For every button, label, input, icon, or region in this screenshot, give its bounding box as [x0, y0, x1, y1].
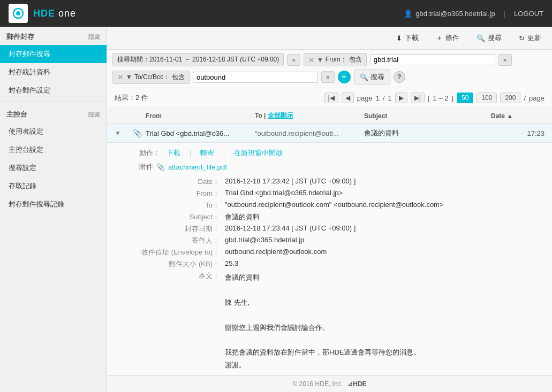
control-hide-btn[interactable]: 隱藏 [88, 111, 100, 119]
add-condition-button[interactable]: ＋ 條件 [432, 31, 464, 45]
download-icon: ⬇ [396, 34, 402, 42]
help-button[interactable]: ? [394, 71, 405, 83]
period-expand-btn[interactable]: » [287, 54, 300, 66]
header-right: 👤 gbd.trial@o365.hdetrial.jp | LOGOUT [404, 10, 543, 18]
results-area: 結果：2 件 |◀ ◀ page 1 / 1 ▶ ▶| [ 1 – 2 ] 50… [107, 88, 552, 375]
page-current: 1 [376, 94, 380, 102]
detail-rows: Date： 2016-12-18 17:23:42 [ JST (UTC +09… [139, 177, 541, 371]
sidebar-item-control-settings[interactable]: 主控台設定 [0, 141, 107, 159]
detail-row-sender: 寄件人： gbd.trial@o365.hdetrial.jp [139, 236, 541, 245]
detail-download-link[interactable]: 下載 [167, 148, 180, 158]
footer: © 2016 HDE, Inc. ⊿HDE [107, 375, 552, 392]
email-row-1: ▼ 📎 Trial Gbd <gbd.trial@o36... "outboun… [107, 124, 552, 375]
logout-button[interactable]: LOGOUT [514, 10, 543, 18]
attachment-label: 附件 [139, 162, 153, 172]
page-slash: / [383, 94, 385, 102]
page-range-bracket: [ [428, 94, 430, 102]
toolbar: ⬇ 下載 ＋ 條件 🔍 搜尋 ↻ 更新 [107, 27, 552, 50]
detail-sep-1: ｜ [187, 148, 194, 158]
all-display-link[interactable]: 全部顯示 [268, 112, 293, 119]
detail-row-subject: Subject： 會議的資料 [139, 212, 541, 222]
size-value: 25.3 [225, 259, 541, 269]
sidebar-item-archive-stats[interactable]: 封存統計資料 [0, 63, 107, 81]
add-condition-plus-btn[interactable]: + [338, 71, 351, 83]
page-size-100-btn[interactable]: 100 [477, 93, 497, 103]
from-field-value: Trial Gbd <gbd.trial@o365.hdetrial.jp> [225, 189, 541, 198]
table-header: From To | 全部顯示 Subject Date ▲ [107, 108, 552, 124]
download-button[interactable]: ⬇ 下載 [392, 31, 423, 45]
email-1-from: Trial Gbd <gbd.trial@o36... [146, 129, 253, 137]
table-header-from: From [146, 112, 253, 120]
to-tag[interactable]: ✕ ▼ To/Cc/Bcc： 包含 [112, 71, 190, 84]
subject-field-value: 會議的資料 [225, 212, 541, 222]
sidebar-item-search-settings[interactable]: 搜尋設定 [0, 159, 107, 177]
body-content: 會議的資料 陳 先生, 謝謝您上週與我們會議討論合作。 我把會議的資料放在附件當… [225, 271, 541, 371]
detail-sep-2: ｜ [221, 148, 228, 158]
sidebar-item-archive-search[interactable]: 封存郵件搜尋 [0, 45, 107, 63]
detail-row-from: From： Trial Gbd <gbd.trial@o365.hdetrial… [139, 189, 541, 198]
archive-date-label: 封存日期： [139, 224, 225, 234]
envelope-to-value: outbound.recipient@outlook.com [225, 248, 541, 257]
layout: 郵件封存 隱藏 封存郵件搜尋 封存統計資料 封存郵件設定 主控台 隱藏 使用者設… [0, 27, 552, 392]
from-input[interactable] [374, 56, 491, 64]
mail-archive-section-header: 郵件封存 隱藏 [0, 27, 107, 45]
from-field-label: From： [139, 189, 225, 198]
first-page-btn[interactable]: |◀ [324, 93, 338, 103]
searchbar: 搜尋期間：2016-11-01 － 2016-12-18 JST (UTC +0… [107, 50, 552, 88]
svg-point-1 [16, 11, 20, 16]
refresh-button[interactable]: ↻ 更新 [515, 31, 546, 45]
archive-date-value: 2016-12-18 17:23:44 [ JST (UTC +09:00) ] [225, 224, 541, 234]
page-label-page: page [529, 94, 545, 102]
detail-forward-link[interactable]: 轉寄 [200, 148, 214, 158]
search-icon: 🔍 [477, 34, 485, 42]
user-icon: 👤 [404, 10, 412, 18]
period-label: 搜尋期間：2016-11-01 － 2016-12-18 JST (UTC +0… [117, 55, 279, 64]
page-size-200-btn[interactable]: 200 [500, 93, 520, 103]
mail-archive-hide-btn[interactable]: 隱藏 [88, 33, 100, 41]
page-label: page [357, 94, 373, 102]
period-tag[interactable]: 搜尋期間：2016-11-01 － 2016-12-18 JST (UTC +0… [112, 53, 284, 66]
sender-value: gbd.trial@o365.hdetrial.jp [225, 236, 541, 245]
next-page-btn[interactable]: ▶ [395, 93, 407, 103]
sidebar-divider [0, 102, 107, 102]
detail-new-window-link[interactable]: 在新視窗中開啟 [234, 148, 283, 158]
detail-row-envelope-to: 收件位址 (Envelope to)： outbound.recipient@o… [139, 248, 541, 257]
to-field-value: "outbound.recipient@outlook.com" <outbou… [225, 201, 541, 210]
footer-logo: ⊿HDE [347, 380, 366, 388]
body-greeting: 陳 先生, [225, 296, 541, 309]
from-close-icon[interactable]: ✕ [308, 56, 315, 64]
search-btn-icon: 🔍 [360, 73, 368, 81]
to-dropdown-icon[interactable]: ▼ [126, 73, 132, 81]
prev-page-btn[interactable]: ◀ [342, 93, 354, 103]
from-dropdown-icon[interactable]: ▼ [317, 56, 323, 64]
sidebar-item-archive-log[interactable]: 封存郵件搜尋記錄 [0, 195, 107, 213]
to-close-icon[interactable]: ✕ [117, 73, 124, 81]
username: gbd.trial@o365.hdetrial.jp [415, 10, 495, 18]
detail-row-body: 本文： 會議的資料 陳 先生, 謝謝您上週與我們會議討論合作。 我把會議的資料放… [139, 271, 541, 371]
sidebar-item-archive-settings[interactable]: 封存郵件設定 [0, 81, 107, 99]
to-field-label: To： [139, 201, 225, 210]
last-page-btn[interactable]: ▶| [411, 93, 425, 103]
to-input[interactable] [196, 73, 314, 81]
refresh-icon: ↻ [519, 34, 525, 42]
header: HDE one 👤 gbd.trial@o365.hdetrial.jp | L… [0, 0, 552, 27]
attachment-file-link[interactable]: attachment_file.pdf [168, 163, 227, 171]
from-label: From： [326, 55, 347, 64]
page-range: 1 – 2 [433, 94, 448, 102]
sidebar-item-user-settings[interactable]: 使用者設定 [0, 122, 107, 141]
search-execute-btn[interactable]: 🔍 搜尋 [354, 70, 390, 84]
mail-archive-label: 郵件封存 [6, 32, 34, 42]
page-range-close: ] [451, 94, 453, 102]
from-expand-btn[interactable]: » [498, 54, 512, 66]
table-header-to: To | 全部顯示 [255, 111, 362, 120]
search-row-2: ✕ ▼ To/Cc/Bcc： 包含 » + 🔍 搜尋 ? [112, 70, 547, 84]
search-toolbar-button[interactable]: 🔍 搜尋 [472, 31, 506, 45]
from-tag[interactable]: ✕ ▼ From： 包含 [304, 53, 367, 66]
sidebar-item-access-log[interactable]: 存取記錄 [0, 177, 107, 195]
to-condition: 包含 [172, 73, 185, 82]
detail-row-to: To： "outbound.recipient@outlook.com" <ou… [139, 201, 541, 210]
expand-icon-1[interactable]: ▼ [115, 129, 131, 137]
page-size-50-btn[interactable]: 50 [457, 93, 473, 103]
to-expand-btn[interactable]: » [321, 71, 335, 83]
email-row-1-header[interactable]: ▼ 📎 Trial Gbd <gbd.trial@o36... "outboun… [107, 124, 552, 142]
